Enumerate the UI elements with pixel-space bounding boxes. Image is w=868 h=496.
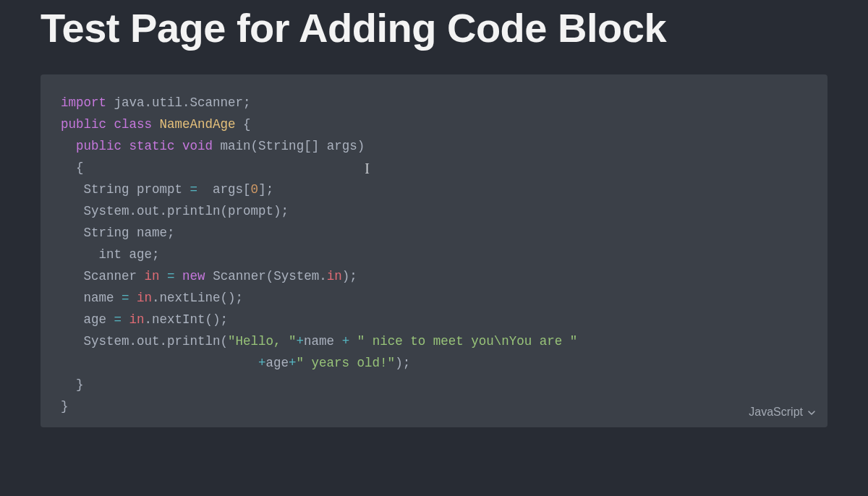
code-block[interactable]: import java.util.Scanner; public class N…	[41, 74, 827, 427]
language-selector[interactable]: JavaScript	[749, 406, 814, 419]
code-content[interactable]: import java.util.Scanner; public class N…	[41, 92, 827, 417]
page-title: Test Page for Adding Code Block	[41, 0, 827, 51]
chevron-down-icon	[807, 409, 814, 416]
language-label: JavaScript	[749, 406, 803, 419]
